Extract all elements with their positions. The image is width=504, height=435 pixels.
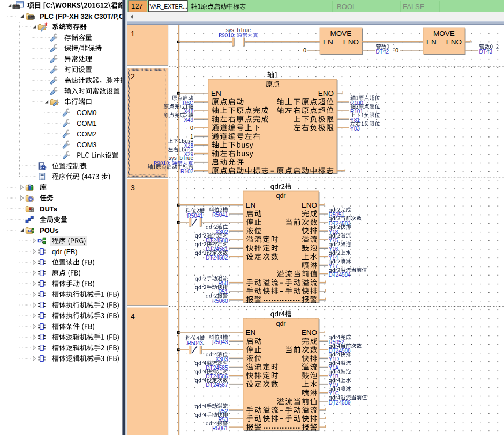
svg-text:qdr: qdr bbox=[276, 320, 285, 327]
svg-text:1: 1 bbox=[131, 29, 135, 38]
svg-text:DT24582: DT24582 bbox=[206, 255, 228, 261]
svg-text:R5043: R5043 bbox=[212, 339, 228, 345]
svg-text:sys_bTrue: sys_bTrue bbox=[169, 155, 194, 161]
svg-text:2: 2 bbox=[131, 72, 135, 81]
svg-text:Y1A: Y1A bbox=[329, 365, 339, 371]
svg-text:R5061: R5061 bbox=[212, 425, 228, 431]
svg-text:R102: R102 bbox=[180, 169, 193, 174]
svg-text:DT24589: DT24589 bbox=[329, 400, 351, 406]
svg-text:MOVE: MOVE bbox=[330, 29, 352, 37]
svg-text:BOOL: BOOL bbox=[337, 3, 356, 11]
svg-text:sys_bTrue: sys_bTrue bbox=[226, 27, 251, 33]
svg-text:EN: EN bbox=[246, 201, 256, 209]
svg-text:3: 3 bbox=[131, 184, 135, 192]
svg-text:R5060: R5060 bbox=[212, 298, 228, 304]
svg-text:DT24583: DT24583 bbox=[329, 220, 351, 226]
svg-text:ENO: ENO bbox=[302, 329, 317, 337]
svg-text:EN: EN bbox=[246, 329, 256, 337]
svg-text:POUs: POUs bbox=[40, 226, 58, 234]
svg-text:Y17: Y17 bbox=[329, 263, 338, 269]
svg-text:R5051: R5051 bbox=[329, 212, 345, 218]
svg-text:R5052: R5052 bbox=[329, 339, 345, 345]
svg-text:DT24587: DT24587 bbox=[206, 382, 228, 388]
svg-text:R5041: R5041 bbox=[187, 213, 203, 219]
svg-text:Y15: Y15 bbox=[329, 238, 338, 243]
svg-text:EN: EN bbox=[426, 38, 437, 46]
svg-text:qdr (FB): qdr (FB) bbox=[52, 248, 78, 256]
svg-text:COM3: COM3 bbox=[77, 141, 97, 149]
svg-text:Y19: Y19 bbox=[329, 382, 338, 388]
svg-text:0: 0 bbox=[303, 47, 306, 54]
svg-text:127: 127 bbox=[131, 2, 143, 10]
svg-text:Y18: Y18 bbox=[329, 229, 338, 235]
svg-text:Y1D: Y1D bbox=[329, 356, 339, 362]
svg-text:COM2: COM2 bbox=[77, 130, 97, 138]
svg-text:0: 0 bbox=[395, 47, 398, 54]
svg-text:FALSE: FALSE bbox=[403, 3, 425, 11]
svg-text:R5041: R5041 bbox=[212, 212, 228, 218]
svg-text:COM0: COM0 bbox=[77, 109, 97, 117]
svg-text:DUTs: DUTs bbox=[40, 205, 57, 213]
svg-text:ENO: ENO bbox=[318, 89, 334, 97]
svg-text:X49: X49 bbox=[184, 117, 193, 123]
svg-text:4: 4 bbox=[131, 312, 135, 320]
svg-text:Y81: Y81 bbox=[350, 117, 360, 123]
svg-text:DT24584: DT24584 bbox=[329, 272, 351, 278]
svg-text:Y16: Y16 bbox=[329, 246, 338, 252]
svg-text:R5043: R5043 bbox=[187, 340, 203, 346]
svg-text:ENO: ENO bbox=[343, 38, 359, 46]
svg-text:X28: X28 bbox=[184, 143, 193, 149]
svg-text:DT24588: DT24588 bbox=[329, 348, 351, 354]
svg-text:ENO: ENO bbox=[446, 38, 462, 46]
svg-text:MOVE: MOVE bbox=[433, 29, 455, 37]
svg-text:EN: EN bbox=[323, 38, 333, 46]
svg-text:Y1B: Y1B bbox=[329, 373, 339, 379]
svg-text:qdr: qdr bbox=[276, 192, 285, 200]
svg-text:COM1: COM1 bbox=[77, 119, 97, 127]
svg-text:ENO: ENO bbox=[302, 201, 317, 209]
svg-text:VAR_EXTER...: VAR_EXTER... bbox=[150, 3, 187, 10]
svg-text:EN: EN bbox=[211, 89, 221, 97]
svg-text:R101: R101 bbox=[350, 109, 363, 115]
svg-text:1: 1 bbox=[190, 133, 193, 140]
svg-text:0: 0 bbox=[190, 125, 193, 131]
svg-text:DT42: DT42 bbox=[376, 49, 389, 55]
svg-text:Y1C: Y1C bbox=[329, 391, 339, 396]
svg-text:Y83: Y83 bbox=[350, 126, 360, 132]
svg-text:DT43: DT43 bbox=[479, 49, 493, 55]
svg-text:Y14: Y14 bbox=[329, 255, 338, 261]
